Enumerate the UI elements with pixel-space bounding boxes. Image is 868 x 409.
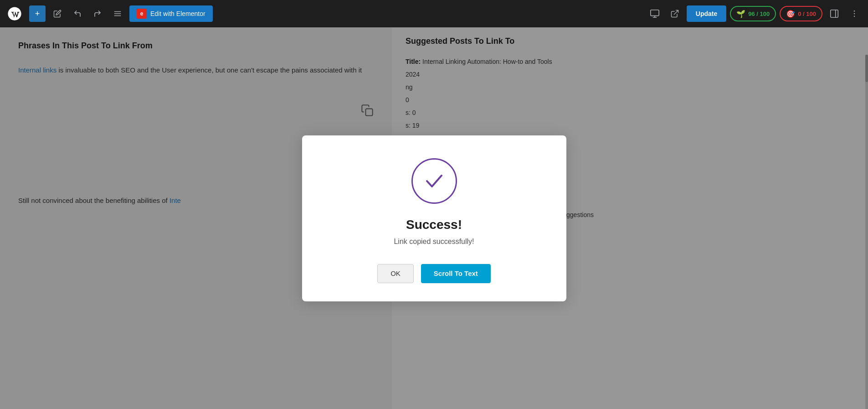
main-content: Phrases In This Post To Link From Intern… xyxy=(0,27,868,409)
edit-with-elementor-button[interactable]: e Edit with Elementor xyxy=(129,5,213,22)
green-score-badge[interactable]: 🌱 96 / 100 xyxy=(730,6,776,21)
modal-buttons: OK Scroll To Text xyxy=(377,264,491,283)
red-score-badge[interactable]: 🎯 0 / 100 xyxy=(780,6,822,21)
green-score-value: 96 / 100 xyxy=(748,10,770,17)
svg-rect-7 xyxy=(831,10,838,18)
svg-point-11 xyxy=(854,16,855,17)
elementor-logo: e xyxy=(137,9,147,19)
svg-line-6 xyxy=(674,10,678,15)
green-score-icon: 🌱 xyxy=(736,10,745,18)
desktop-view-button[interactable] xyxy=(647,5,663,22)
sidebar-toggle-button[interactable] xyxy=(826,5,842,22)
elementor-label: Edit with Elementor xyxy=(150,10,205,17)
toolbar: + e Edit with Elementor xyxy=(0,0,868,27)
svg-rect-3 xyxy=(651,10,659,16)
undo-button[interactable] xyxy=(69,5,86,22)
edit-button[interactable] xyxy=(49,5,66,22)
wp-logo xyxy=(5,5,24,23)
modal-overlay: Success! Link copied successfully! OK Sc… xyxy=(0,27,868,409)
toolbar-right: Update 🌱 96 / 100 🎯 0 / 100 xyxy=(647,5,863,22)
update-button[interactable]: Update xyxy=(687,5,726,22)
external-link-button[interactable] xyxy=(667,5,683,22)
scroll-to-text-button[interactable]: Scroll To Text xyxy=(421,264,491,283)
success-check-circle xyxy=(411,158,457,204)
svg-point-10 xyxy=(854,13,855,15)
success-modal: Success! Link copied successfully! OK Sc… xyxy=(302,135,566,301)
add-button[interactable]: + xyxy=(29,5,46,22)
modal-subtitle: Link copied successfully! xyxy=(394,238,474,246)
red-score-value: 0 / 100 xyxy=(798,10,816,17)
red-score-icon: 🎯 xyxy=(786,10,795,18)
ok-button[interactable]: OK xyxy=(377,264,414,283)
modal-title: Success! xyxy=(406,217,462,232)
more-options-button[interactable] xyxy=(846,5,863,22)
menu-button[interactable] xyxy=(109,5,126,22)
redo-button[interactable] xyxy=(89,5,106,22)
svg-point-9 xyxy=(854,10,855,12)
